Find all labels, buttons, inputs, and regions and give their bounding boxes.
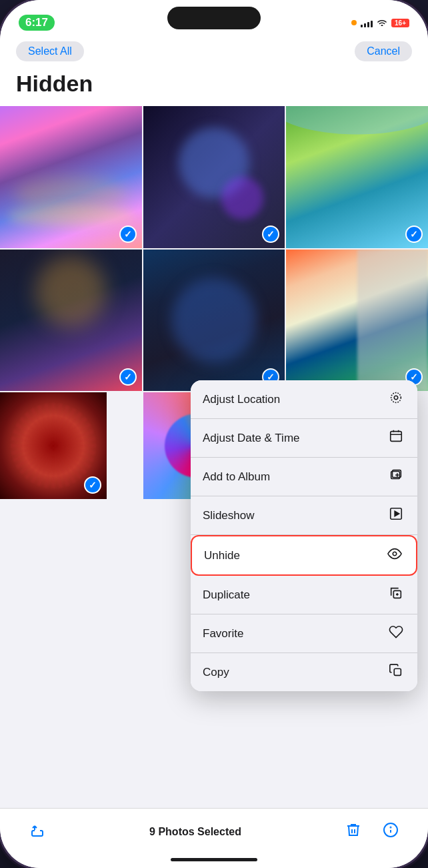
page-title: Hidden: [16, 71, 412, 97]
eye-icon: [385, 546, 404, 564]
play-icon: [387, 506, 405, 524]
signal-bar-4: [371, 21, 373, 27]
status-bar: 6:17: [0, 0, 428, 36]
wifi-icon: [377, 17, 387, 28]
menu-item-add-to-album-label: Add to Album: [203, 470, 270, 484]
signal-bars: [361, 18, 373, 27]
check-badge-3: ✓: [405, 226, 423, 243]
svg-rect-2: [391, 432, 402, 442]
menu-item-duplicate[interactable]: Duplicate: [191, 576, 417, 614]
check-badge-2: ✓: [262, 226, 279, 243]
menu-item-copy-label: Copy: [203, 666, 229, 679]
menu-item-adjust-date-time[interactable]: Adjust Date & Time: [191, 419, 417, 458]
photo-cell-6[interactable]: ✓: [286, 250, 428, 392]
copy-icon: [387, 663, 405, 681]
signal-bar-3: [367, 22, 369, 27]
menu-item-unhide[interactable]: Unhide: [191, 535, 417, 576]
select-all-button[interactable]: Select All: [16, 41, 84, 61]
heart-icon: [387, 624, 405, 642]
phone-screen: 6:17: [0, 0, 428, 868]
photo-cell-5[interactable]: ✓: [143, 250, 285, 392]
cancel-button[interactable]: Cancel: [355, 41, 412, 61]
menu-item-favorite-label: Favorite: [203, 627, 243, 640]
delete-button[interactable]: [340, 817, 367, 847]
selected-count-label: 9 Photos Selected: [149, 826, 241, 838]
status-time: 6:17: [19, 15, 55, 31]
menu-item-slideshow[interactable]: Slideshow: [191, 496, 417, 535]
battery-icon: 16+: [391, 19, 409, 27]
page-title-section: Hidden: [0, 69, 428, 106]
svg-point-18: [390, 827, 391, 827]
menu-item-adjust-location[interactable]: Adjust Location: [191, 380, 417, 419]
photo-cell-3[interactable]: ✓: [286, 106, 428, 248]
photo-cell-7[interactable]: ✓: [0, 392, 107, 499]
location-icon: [387, 390, 405, 408]
calendar-icon: [387, 429, 405, 447]
signal-bar-1: [361, 25, 363, 27]
check-badge-4: ✓: [119, 368, 137, 386]
orange-dot-indicator: [351, 20, 357, 25]
toolbar-right-actions: [340, 817, 404, 847]
duplicate-icon: [387, 586, 405, 604]
menu-item-add-to-album[interactable]: Add to Album: [191, 458, 417, 496]
photo-cell-1[interactable]: ✓: [0, 106, 142, 248]
context-menu: Adjust Location Adjust Date & Time: [191, 380, 417, 691]
more-button[interactable]: [377, 817, 404, 847]
svg-point-1: [391, 393, 401, 403]
menu-item-copy[interactable]: Copy: [191, 653, 417, 691]
album-icon: [387, 468, 405, 486]
signal-bar-2: [364, 23, 366, 27]
check-badge-1: ✓: [119, 226, 137, 243]
svg-marker-11: [395, 511, 399, 516]
nav-bar: Select All Cancel: [0, 36, 428, 69]
notch: [167, 7, 261, 29]
svg-rect-16: [394, 669, 401, 675]
svg-point-0: [394, 396, 398, 400]
svg-point-12: [393, 552, 397, 556]
menu-item-unhide-label: Unhide: [204, 549, 240, 562]
menu-item-slideshow-label: Slideshow: [203, 509, 255, 522]
status-icons: 16+: [351, 17, 409, 28]
menu-item-adjust-location-label: Adjust Location: [203, 393, 280, 406]
phone-shell: 6:17: [0, 0, 428, 868]
menu-item-adjust-date-time-label: Adjust Date & Time: [203, 432, 300, 445]
home-indicator: [171, 858, 257, 861]
share-button[interactable]: [24, 817, 51, 847]
photo-cell-4[interactable]: ✓: [0, 250, 142, 392]
menu-item-duplicate-label: Duplicate: [203, 588, 250, 602]
menu-item-favorite[interactable]: Favorite: [191, 614, 417, 653]
photo-cell-2[interactable]: ✓: [143, 106, 285, 248]
